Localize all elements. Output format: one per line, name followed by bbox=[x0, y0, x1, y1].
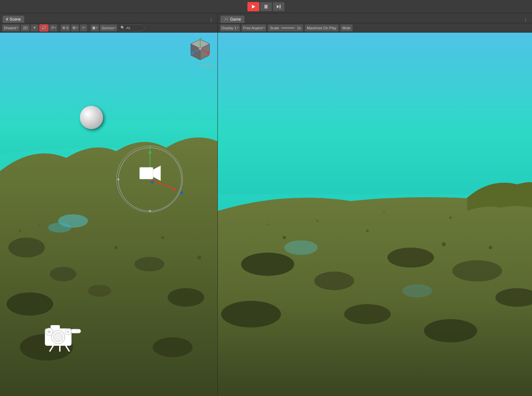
gizmos-arrow: ▾ bbox=[114, 26, 116, 29]
svg-point-21 bbox=[197, 256, 201, 260]
svg-point-71 bbox=[284, 240, 318, 255]
scene-canvas bbox=[0, 33, 217, 396]
svg-line-58 bbox=[50, 346, 53, 351]
search-placeholder: All bbox=[126, 26, 130, 30]
svg-point-14 bbox=[153, 337, 193, 357]
scene-viewport[interactable]: y z x < Persp bbox=[0, 33, 217, 396]
display-dropdown[interactable]: Display 1 ▾ bbox=[220, 24, 240, 32]
game-tab-label: Game bbox=[230, 17, 241, 22]
svg-point-80 bbox=[449, 216, 452, 219]
svg-point-10 bbox=[88, 285, 111, 297]
svg-point-50 bbox=[54, 332, 63, 342]
scene-more-menu[interactable]: ⋮ bbox=[207, 18, 215, 23]
sphere-object[interactable] bbox=[80, 106, 103, 129]
game-tab-icon: 🎮 bbox=[224, 17, 229, 22]
scale-label: Scale bbox=[270, 26, 279, 30]
scene-tab-hash: # bbox=[6, 17, 8, 22]
aspect-label: Free Aspect bbox=[243, 26, 263, 30]
sep1 bbox=[59, 25, 59, 31]
scale-slider-icon bbox=[281, 27, 295, 29]
hidden-layers-dropdown[interactable]: 👁 0 bbox=[61, 24, 70, 32]
render-scale-arrow: ▾ bbox=[96, 26, 97, 29]
maximize-on-play-label: Maximize On Play bbox=[307, 26, 336, 30]
sep2 bbox=[89, 25, 89, 31]
lighting-icon: ☀ bbox=[33, 26, 36, 30]
svg-point-75 bbox=[442, 242, 446, 246]
svg-point-7 bbox=[8, 238, 45, 258]
mute-label: Mute bbox=[342, 26, 350, 30]
scene-tab[interactable]: # Scene bbox=[3, 16, 24, 23]
play-controls bbox=[247, 2, 285, 11]
svg-point-12 bbox=[168, 288, 204, 307]
hidden-icon: 👁 bbox=[62, 26, 66, 30]
svg-point-11 bbox=[134, 257, 164, 272]
shading-label: Shaded bbox=[4, 26, 16, 30]
svg-point-77 bbox=[267, 223, 269, 225]
svg-text:x: x bbox=[209, 53, 210, 57]
shading-arrow: ▾ bbox=[17, 26, 18, 29]
scale-value: 1x bbox=[297, 26, 301, 30]
mute-button[interactable]: Mute bbox=[340, 24, 353, 32]
svg-point-18 bbox=[39, 223, 41, 225]
gizmo-widget[interactable]: y z x bbox=[187, 37, 213, 63]
audio-source-svg bbox=[138, 162, 165, 186]
display-arrow: ▾ bbox=[237, 26, 238, 29]
pause-button[interactable] bbox=[260, 2, 272, 11]
tools-button[interactable]: ✂ bbox=[80, 24, 87, 32]
scene-panel: # Scene ⋮ Shaded ▾ 2D ☀ 🔊 bbox=[0, 13, 218, 396]
game-viewport[interactable] bbox=[218, 33, 532, 396]
svg-rect-4 bbox=[280, 5, 281, 8]
svg-point-43 bbox=[180, 191, 183, 194]
play-button[interactable] bbox=[247, 2, 259, 11]
render-scale-icon: ▣ bbox=[92, 26, 95, 30]
lighting-button[interactable]: ☀ bbox=[31, 24, 39, 32]
svg-point-20 bbox=[161, 236, 164, 239]
svg-point-74 bbox=[366, 230, 369, 232]
grid-dropdown[interactable]: ⊞ ▾ bbox=[71, 24, 79, 32]
svg-marker-0 bbox=[252, 5, 255, 8]
svg-rect-46 bbox=[140, 167, 153, 179]
svg-point-44 bbox=[117, 178, 119, 180]
effects-arrow: ▾ bbox=[55, 26, 56, 29]
svg-point-69 bbox=[424, 319, 477, 342]
top-toolbar bbox=[0, 0, 532, 13]
aspect-dropdown[interactable]: Free Aspect ▾ bbox=[241, 24, 266, 32]
aspect-arrow: ▾ bbox=[263, 26, 265, 29]
scale-control[interactable]: Scale 1x bbox=[268, 24, 303, 32]
maximize-on-play-button[interactable]: Maximize On Play bbox=[305, 24, 339, 32]
render-scale-dropdown[interactable]: ▣ ▾ bbox=[90, 24, 99, 32]
tools-icon: ✂ bbox=[82, 26, 85, 30]
svg-point-16 bbox=[48, 223, 71, 233]
svg-point-63 bbox=[241, 253, 294, 276]
svg-point-17 bbox=[19, 230, 21, 232]
svg-point-65 bbox=[387, 248, 434, 268]
step-button[interactable] bbox=[273, 2, 285, 11]
svg-marker-47 bbox=[153, 166, 161, 181]
svg-point-78 bbox=[316, 220, 319, 222]
svg-point-57 bbox=[77, 329, 81, 333]
2d-button[interactable]: 2D bbox=[21, 24, 30, 32]
effects-dropdown[interactable]: ↺ ▾ bbox=[49, 24, 58, 32]
svg-rect-1 bbox=[265, 5, 266, 8]
effects-icon: ↺ bbox=[51, 26, 54, 30]
svg-text:z: z bbox=[189, 53, 190, 57]
svg-marker-3 bbox=[277, 5, 279, 8]
shading-dropdown[interactable]: Shaded ▾ bbox=[2, 24, 20, 32]
game-more-menu[interactable]: ⋮ bbox=[522, 18, 529, 23]
scene-toolbar: Shaded ▾ 2D ☀ 🔊 ↺ ▾ 👁 bbox=[0, 23, 217, 33]
svg-point-53 bbox=[48, 330, 51, 333]
scene-tab-row: # Scene ⋮ bbox=[0, 13, 217, 23]
scene-search[interactable]: 🔍 All bbox=[118, 25, 145, 31]
svg-point-67 bbox=[221, 301, 281, 327]
gizmos-dropdown[interactable]: Gizmos ▾ bbox=[100, 24, 117, 32]
svg-point-35 bbox=[199, 47, 201, 50]
audio-source-object[interactable] bbox=[138, 162, 165, 187]
svg-point-64 bbox=[314, 272, 354, 290]
camera-object[interactable] bbox=[43, 322, 86, 353]
display-label: Display 1 bbox=[221, 26, 236, 30]
game-tab[interactable]: 🎮 Game bbox=[220, 16, 244, 23]
audio-button[interactable]: 🔊 bbox=[39, 24, 49, 32]
svg-line-60 bbox=[66, 346, 69, 351]
game-panel: 🎮 Game ⋮ Display 1 ▾ Free Aspect ▾ Scale… bbox=[218, 13, 532, 396]
audio-icon: 🔊 bbox=[42, 26, 46, 30]
